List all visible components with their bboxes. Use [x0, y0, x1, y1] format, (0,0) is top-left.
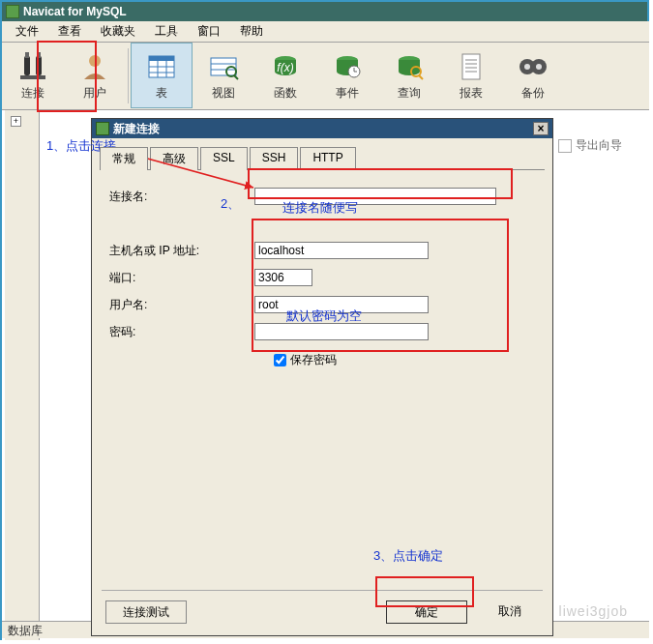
toolbar-event[interactable]: 事件: [316, 43, 378, 108]
export-icon: [558, 139, 572, 153]
svg-line-16: [234, 75, 238, 79]
label-pass: 密码:: [109, 324, 254, 340]
report-icon: [455, 50, 488, 83]
plug-icon: [16, 50, 49, 83]
menubar: 文件 查看 收藏夹 工具 窗口 帮助: [2, 21, 649, 43]
app-icon: [6, 5, 19, 18]
menu-file[interactable]: 文件: [6, 20, 48, 43]
close-icon[interactable]: ×: [533, 122, 549, 135]
menu-window[interactable]: 窗口: [188, 20, 230, 43]
svg-rect-3: [37, 52, 41, 58]
menu-fav[interactable]: 收藏夹: [91, 20, 145, 43]
tree-expand-icon[interactable]: +: [11, 116, 21, 127]
toolbar: 连接 用户 表 视图 f(x) 函数: [2, 43, 649, 110]
label-user: 用户名:: [109, 297, 254, 313]
tab-http[interactable]: HTTP: [300, 147, 355, 170]
toolbar-view[interactable]: 视图: [193, 43, 254, 108]
svg-text:f(x): f(x): [277, 61, 293, 74]
query-icon: [393, 50, 426, 83]
input-user[interactable]: [254, 296, 429, 313]
watermark: liwei3gjob: [559, 603, 628, 619]
dialog-icon: [96, 122, 109, 135]
svg-rect-0: [24, 56, 30, 75]
btn-ok[interactable]: 确定: [386, 600, 467, 624]
toolbar-connect[interactable]: 连接: [2, 43, 64, 108]
svg-point-5: [89, 55, 101, 67]
backup-icon: [517, 50, 549, 83]
tab-general[interactable]: 常规: [100, 147, 148, 170]
svg-rect-1: [36, 56, 42, 75]
input-conn-name[interactable]: [254, 188, 496, 205]
svg-rect-26: [462, 54, 480, 79]
tab-advanced[interactable]: 高级: [150, 147, 198, 170]
dialog-titlebar: 新建连接 ×: [92, 119, 552, 138]
label-conn-name: 连接名:: [109, 189, 254, 205]
menu-help[interactable]: 帮助: [230, 20, 273, 43]
table-icon: [145, 50, 178, 83]
toolbar-table[interactable]: 表: [131, 43, 193, 108]
toolbar-backup[interactable]: 备份: [502, 43, 564, 108]
checkbox-savepass[interactable]: [274, 354, 286, 366]
tab-ssl[interactable]: SSL: [200, 147, 248, 170]
event-icon: [331, 50, 364, 83]
svg-point-34: [536, 64, 542, 70]
label-savepass: 保存密码: [290, 352, 337, 368]
view-icon: [207, 50, 240, 83]
toolbar-func[interactable]: f(x) 函数: [254, 43, 316, 108]
export-wizard-link[interactable]: 导出向导: [558, 137, 645, 154]
dialog-title: 新建连接: [113, 121, 160, 137]
svg-rect-4: [20, 75, 45, 79]
input-host[interactable]: [254, 242, 429, 259]
svg-rect-7: [149, 56, 174, 61]
btn-cancel[interactable]: 取消: [481, 600, 539, 624]
svg-rect-2: [25, 52, 29, 58]
window-title: Navicat for MySQL: [23, 5, 127, 18]
toolbar-report[interactable]: 报表: [440, 43, 502, 108]
dialog-tabs: 常规 高级 SSL SSH HTTP: [100, 146, 552, 169]
btn-test-connection[interactable]: 连接测试: [105, 600, 187, 624]
user-icon: [78, 50, 111, 83]
input-pass[interactable]: [254, 323, 429, 340]
toolbar-user[interactable]: 用户: [64, 43, 126, 108]
toolbar-query[interactable]: 查询: [378, 43, 440, 108]
menu-tools[interactable]: 工具: [145, 20, 188, 43]
form: 连接名: 主机名或 IP 地址: 端口: 用户名: 密码:: [92, 170, 552, 382]
label-port: 端口:: [109, 270, 254, 286]
menu-view[interactable]: 查看: [48, 20, 91, 43]
sidebar: +: [5, 110, 40, 640]
function-icon: f(x): [269, 50, 302, 83]
svg-point-32: [524, 64, 530, 70]
label-host: 主机名或 IP 地址:: [109, 243, 254, 259]
tab-ssh[interactable]: SSH: [250, 147, 299, 170]
svg-line-25: [419, 75, 423, 79]
titlebar: Navicat for MySQL: [2, 2, 647, 21]
new-connection-dialog: 新建连接 × 常规 高级 SSL SSH HTTP 连接名: 主机名或 IP 地…: [91, 118, 553, 636]
input-port[interactable]: [254, 269, 312, 286]
